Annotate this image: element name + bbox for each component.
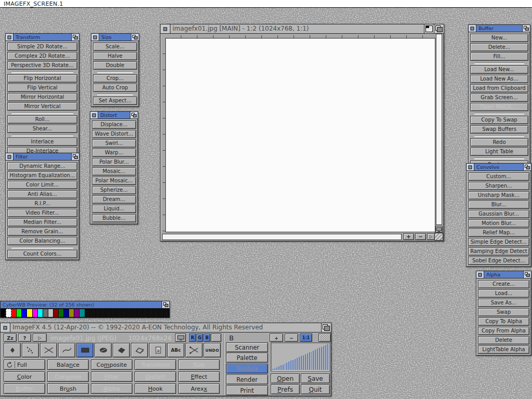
quit-button[interactable]: Quit: [301, 384, 330, 394]
alpha-button-load[interactable]: Load...: [478, 289, 529, 298]
dither-channel-button[interactable]: [211, 334, 221, 342]
mode-button-full[interactable]: Full: [4, 360, 45, 370]
resize-gadget-icon[interactable]: [434, 233, 443, 241]
palette-swatch-12[interactable]: [64, 309, 69, 317]
palette-swatch-25[interactable]: [132, 309, 137, 317]
zoom-in-button[interactable]: +: [270, 334, 283, 342]
buffer-button-load-new[interactable]: Load New...: [470, 65, 528, 74]
alpha-depth-gadget-icon[interactable]: [523, 271, 531, 278]
zoom-gadget-icon[interactable]: [424, 24, 434, 33]
convolve-button-sobel-edge-detect[interactable]: Sobel Edge Detect...: [468, 257, 529, 265]
palette-swatch-22[interactable]: [116, 309, 121, 317]
transform-button-complex-2d-rotate[interactable]: Complex 2D Rotate...: [7, 52, 77, 60]
palette-swatch-27[interactable]: [143, 309, 148, 317]
buffer-button-new[interactable]: New...: [470, 34, 528, 42]
palette-swatch-28[interactable]: [148, 309, 153, 317]
screen-mode-icon[interactable]: [435, 226, 443, 233]
buffer-button-light-table[interactable]: Light Table: [470, 148, 528, 156]
size-button-set-aspect[interactable]: Set Aspect...: [93, 97, 137, 105]
transform-button-shear[interactable]: Shear...: [7, 125, 77, 133]
filter-button-anti-alias[interactable]: Anti Alias...: [7, 190, 77, 198]
distort-depth-gadget-icon[interactable]: [130, 112, 138, 118]
distort-button-polar-blur[interactable]: Polar Blur...: [92, 158, 136, 166]
side-button-print[interactable]: Print: [226, 385, 268, 395]
save-button[interactable]: Save: [301, 374, 330, 383]
transform-close-gadget-icon[interactable]: [6, 34, 14, 41]
buffer-button-load-new-as[interactable]: Load New As...: [470, 75, 528, 83]
airbrush-tool-button[interactable]: [22, 343, 39, 357]
alpha-button-create[interactable]: Create...: [478, 280, 529, 288]
image-canvas[interactable]: [165, 38, 435, 232]
distort-close-gadget-icon[interactable]: [90, 112, 98, 118]
transform-button-mirror-vertical[interactable]: Mirror Vertical: [7, 102, 77, 111]
transform-depth-gadget-icon[interactable]: [71, 34, 79, 41]
palette-swatch-26[interactable]: [137, 309, 142, 317]
convolve-button-gaussian-blur[interactable]: Gaussian Blur...: [468, 210, 529, 218]
palette-swatch-13[interactable]: [69, 309, 74, 317]
view-zoom-in-button[interactable]: +: [403, 233, 414, 240]
distort-button-dream[interactable]: Dream...: [92, 195, 136, 204]
side-button-render[interactable]: Render: [226, 375, 268, 384]
palette-swatch-9[interactable]: [48, 309, 53, 317]
distort-button-liquid[interactable]: Liquid...: [92, 205, 136, 213]
close-gadget[interactable]: [161, 24, 170, 33]
palette-swatch-20[interactable]: [106, 309, 111, 317]
depth-gadget-icon[interactable]: [321, 323, 331, 332]
palette-swatch-3[interactable]: [17, 309, 21, 317]
mode-button-color[interactable]: Color: [4, 371, 45, 382]
alpha-button-delete[interactable]: Delete: [478, 336, 529, 344]
distort-button-swirl[interactable]: Swirl...: [92, 139, 136, 148]
palette-swatch-23[interactable]: [122, 309, 126, 317]
filter-button-dynamic-range[interactable]: Dynamic Range...: [7, 162, 77, 170]
transform-button-perspective-3d-rotate[interactable]: Perspective 3D Rotate...: [7, 61, 77, 70]
depth-gadget-icon[interactable]: [434, 24, 444, 33]
zoom-one-to-one-button[interactable]: 1:1: [300, 334, 312, 342]
size-close-gadget-icon[interactable]: [91, 34, 99, 41]
point-tool-button[interactable]: [4, 343, 21, 357]
view-zoom-out-button[interactable]: −: [415, 233, 426, 240]
palette-swatch-18[interactable]: [96, 309, 100, 317]
dither-pattern-button[interactable]: [318, 334, 331, 342]
filter-button-video-filter[interactable]: Video Filter...: [7, 209, 77, 217]
convolve-close-gadget-icon[interactable]: [467, 164, 474, 170]
side-button-palette[interactable]: Palette: [226, 353, 268, 363]
palette-swatch-8[interactable]: [43, 309, 48, 317]
polygon-tool-button[interactable]: [113, 343, 130, 357]
alpha-button-save-as[interactable]: Save As...: [478, 299, 529, 307]
green-channel-button[interactable]: G: [196, 334, 203, 342]
filter-button-histogram-equalization[interactable]: Histogram Equalization...: [7, 171, 77, 180]
palette-swatch-11[interactable]: [59, 309, 63, 317]
prefs-button[interactable]: Prefs: [271, 384, 300, 394]
alpha-button-copy-to-alpha[interactable]: Copy To Alpha: [478, 317, 529, 326]
buffer-button-copy-to-swap[interactable]: Copy To Swap: [470, 116, 528, 124]
box-tool-button[interactable]: [76, 343, 94, 357]
size-depth-gadget-icon[interactable]: [131, 34, 139, 41]
buffer-button-redo[interactable]: Redo: [470, 138, 528, 147]
palette-swatch-7[interactable]: [38, 309, 43, 317]
alpha-close-gadget-icon[interactable]: [476, 271, 484, 278]
transform-button-simple-2d-rotate[interactable]: Simple 2D Rotate...: [7, 43, 77, 51]
text-tool-button[interactable]: ABc: [167, 343, 184, 357]
curve-tool-button[interactable]: [58, 343, 75, 357]
distort-button-warp[interactable]: Warp...: [92, 149, 136, 157]
transform-button-mirror-horizontal[interactable]: Mirror Horizontal: [7, 93, 77, 101]
buffer-depth-gadget-icon[interactable]: [522, 25, 530, 32]
zoom-out-button[interactable]: −: [285, 334, 298, 342]
blue-channel-button[interactable]: B: [204, 334, 210, 342]
palette-swatch-15[interactable]: [79, 309, 84, 317]
alpha-button-swap[interactable]: Swap: [478, 308, 529, 316]
mode-button-balance[interactable]: Balance: [47, 360, 89, 370]
oval-tool-button[interactable]: [95, 343, 112, 357]
palette-swatch-4[interactable]: [22, 309, 26, 317]
palette-swatch-30[interactable]: [158, 309, 163, 317]
open-button[interactable]: Open: [271, 374, 300, 383]
line-tool-button[interactable]: [40, 343, 57, 357]
scroll-arrow-button[interactable]: ▷: [427, 233, 435, 240]
mode-button-composite[interactable]: Composite: [91, 360, 132, 370]
size-button-halve[interactable]: Halve: [93, 52, 137, 60]
size-button-scale[interactable]: Scale...: [93, 43, 137, 51]
horizontal-scrollbar[interactable]: [162, 234, 402, 240]
mode-button-effect[interactable]: Effect: [178, 371, 220, 382]
undo-tool-button[interactable]: UNDO: [204, 343, 221, 357]
filter-button-color-limit[interactable]: Color Limit...: [7, 181, 77, 189]
